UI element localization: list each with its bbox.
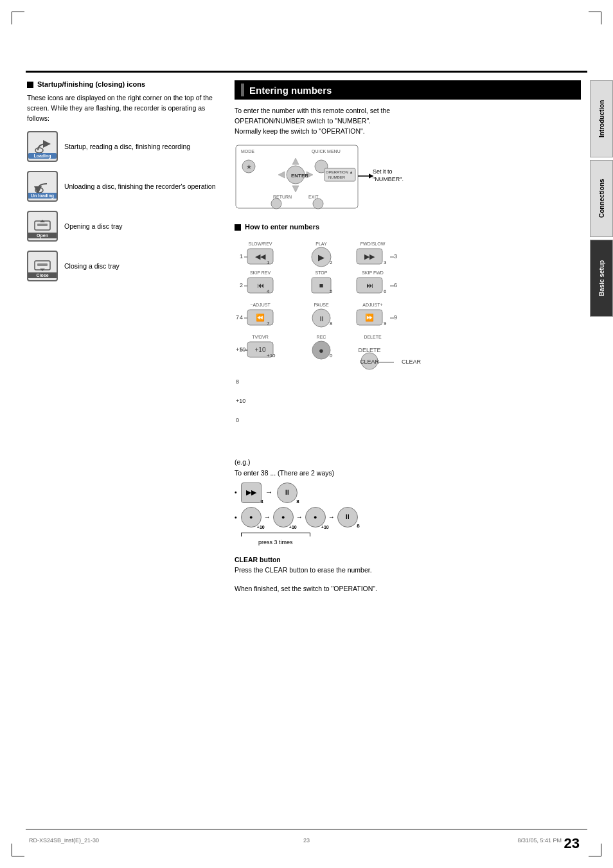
svg-text:3: 3	[384, 260, 387, 265]
svg-text:PAUSE: PAUSE	[314, 303, 329, 307]
loading-badge: Loading	[27, 131, 58, 162]
bracket	[241, 533, 310, 536]
svg-text:2: 2	[330, 260, 333, 265]
footer-right: 8/31/05, 5:41 PM	[517, 837, 562, 844]
open-icon	[32, 218, 53, 233]
startup-section-heading: Startup/finishing (closing) icons	[27, 80, 217, 88]
bottom-rule	[26, 829, 587, 829]
startup-intro: These icons are displayed on the right c…	[27, 93, 217, 123]
svg-text:⏮: ⏮	[257, 281, 264, 289]
pause-subscript: 8	[296, 498, 299, 506]
loading-arrow-icon	[33, 139, 52, 153]
close-icon	[32, 258, 53, 272]
svg-text:SKIP FWD: SKIP FWD	[362, 270, 384, 275]
svg-text:0: 0	[330, 353, 333, 359]
svg-text:8: 8	[330, 321, 333, 326]
svg-text:QUICK MENU: QUICK MENU	[312, 149, 341, 154]
example-label: (e.g.)	[235, 457, 581, 468]
close-label: Close	[28, 272, 57, 278]
corner-tl	[12, 12, 24, 24]
svg-text:4: 4	[267, 288, 270, 294]
svg-text:2: 2	[240, 282, 243, 288]
example-desc: To enter 38 ... (There are 2 ways)	[235, 468, 581, 479]
page-number: 23	[564, 835, 580, 852]
press-times: press 3 times	[241, 538, 310, 547]
svg-text:ENTER: ENTER	[291, 173, 308, 179]
how-to-title: How to enter numbers	[245, 223, 319, 231]
close-icon-row: Close Closing a disc tray	[27, 251, 217, 281]
sidebar-tabs: Introduction Connections Basic setup	[590, 80, 613, 317]
open-desc: Opening a disc tray	[64, 222, 122, 231]
set-number-label: Set it to"NUMBER".	[373, 168, 404, 183]
svg-point-1	[35, 188, 43, 193]
way2-pause: ⏸8	[337, 507, 358, 527]
svg-text:+10: +10	[267, 353, 276, 359]
sidebar-tab-introduction[interactable]: Introduction	[590, 80, 613, 157]
svg-text:1: 1	[240, 253, 243, 260]
loading-label: Loading	[28, 153, 57, 159]
svg-text:REC: REC	[317, 335, 326, 339]
svg-text:SLOW/REV: SLOW/REV	[249, 242, 272, 246]
way2-buttons: ●+10 → ●+10 → ●+10 → ⏸8	[241, 507, 358, 527]
entering-numbers-header: Entering numbers	[235, 80, 581, 100]
svg-text:CLEAR: CLEAR	[360, 359, 380, 365]
svg-text:⏭: ⏭	[366, 281, 373, 289]
svg-text:⏪: ⏪	[256, 313, 265, 322]
svg-text:+10: +10	[236, 346, 245, 353]
open-label: Open	[28, 233, 57, 238]
unloading-label: Un loading	[28, 193, 57, 199]
svg-text:9: 9	[394, 314, 397, 321]
svg-text:★: ★	[246, 163, 252, 170]
svg-rect-6	[37, 263, 48, 266]
sidebar-tab-connections[interactable]: Connections	[590, 160, 613, 237]
svg-text:+10: +10	[255, 346, 266, 353]
sidebar-tab-basic-setup[interactable]: Basic setup	[590, 240, 613, 317]
svg-text:−ADJUST: −ADJUST	[250, 303, 271, 307]
svg-point-22	[271, 199, 281, 209]
unloading-icon-row: Un loading Unloading a disc, finishing t…	[27, 171, 217, 202]
close-badge: Close	[27, 251, 58, 281]
svg-marker-13	[292, 158, 299, 164]
remote-control-small-diagram: MODE QUICK MENU ★ ENTER	[235, 144, 389, 211]
corner-tr	[589, 12, 601, 24]
right-column: Entering numbers To enter the number wit…	[235, 80, 581, 823]
way2-btn3: ●+10	[305, 507, 326, 527]
svg-text:6: 6	[394, 282, 397, 288]
svg-text:PLAY: PLAY	[315, 242, 327, 246]
svg-text:5: 5	[330, 288, 333, 294]
corner-bl	[12, 844, 24, 856]
header-bar	[241, 84, 244, 96]
remote-diagram-area: MODE QUICK MENU ★ ENTER	[235, 144, 581, 213]
startup-title: Startup/finishing (closing) icons	[37, 80, 145, 88]
how-to-enter-heading: How to enter numbers	[235, 223, 581, 231]
svg-text:DELETE: DELETE	[364, 335, 382, 339]
unloading-badge: Un loading	[27, 171, 58, 202]
left-column: Startup/finishing (closing) icons These …	[27, 80, 217, 823]
way2-btn1: ●+10	[241, 507, 262, 527]
svg-text:SKIP REV: SKIP REV	[250, 270, 271, 275]
clear-section: CLEAR button Press the CLEAR button to e…	[235, 554, 581, 576]
open-icon-row: Open Opening a disc tray	[27, 211, 217, 242]
svg-text:8: 8	[236, 378, 239, 385]
unloading-desc: Unloading a disc, finishing the recorder…	[64, 182, 215, 191]
svg-text:STOP: STOP	[315, 270, 328, 275]
svg-text:▶▶: ▶▶	[364, 252, 375, 260]
clear-desc: Press the CLEAR button to erase the numb…	[235, 565, 581, 576]
footer-left: RD-XS24SB_inst(E)_21-30	[29, 837, 99, 844]
number-diagram-wrap: SLOW/REV PLAY FWD/SLOW ◀◀ 1 ▶ 2 ▶▶ 3 1	[235, 236, 581, 449]
example-way2: • ●+10 → ●+10 → ●+10 → ⏸8	[235, 507, 581, 547]
svg-text:⏸: ⏸	[318, 315, 325, 323]
svg-text:ADJUST+: ADJUST+	[362, 303, 382, 307]
corner-br	[589, 844, 601, 856]
close-desc: Closing a disc tray	[64, 261, 120, 271]
fwd-subscript: 3	[260, 498, 263, 506]
svg-marker-15	[278, 172, 285, 178]
svg-text:7: 7	[267, 321, 270, 326]
loading-desc: Startup, reading a disc, finishing recor…	[64, 142, 190, 152]
loading-icon-row: Loading Startup, reading a disc, finishi…	[27, 131, 217, 162]
svg-text:FWD/SLOW: FWD/SLOW	[360, 242, 386, 246]
svg-text:7: 7	[236, 314, 239, 321]
svg-point-23	[313, 199, 323, 209]
top-rule	[26, 71, 587, 73]
svg-marker-14	[292, 186, 299, 192]
